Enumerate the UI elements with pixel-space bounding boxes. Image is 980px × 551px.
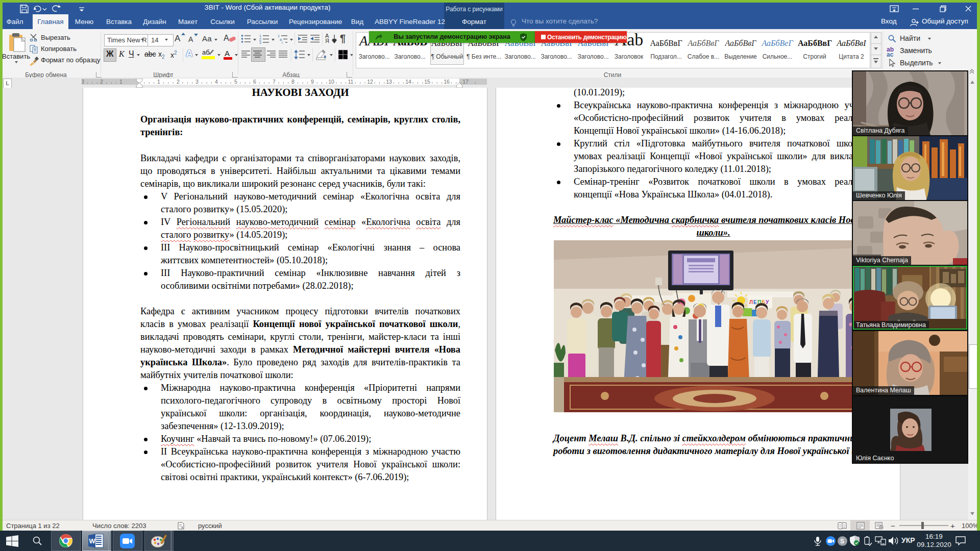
svg-text:8: 8: [291, 79, 295, 85]
svg-text:14: 14: [405, 79, 411, 85]
svg-text:2: 2: [100, 79, 103, 85]
svg-text:1: 1: [119, 79, 122, 85]
svg-text:9: 9: [311, 79, 314, 85]
svg-text:12: 12: [367, 79, 373, 85]
svg-text:16: 16: [444, 79, 450, 85]
svg-text:W: W: [89, 537, 96, 545]
svg-text:2: 2: [177, 79, 180, 85]
svg-text:11: 11: [348, 79, 354, 85]
svg-text:13: 13: [386, 79, 392, 85]
svg-text:x: x: [181, 525, 183, 530]
svg-text:6: 6: [253, 79, 256, 85]
svg-text:1: 1: [157, 79, 160, 85]
svg-text:5: 5: [234, 79, 237, 85]
svg-text:3: 3: [195, 79, 199, 85]
svg-text:17: 17: [462, 79, 469, 85]
svg-text:Е: Е: [753, 299, 757, 305]
svg-text:Л: Л: [749, 299, 753, 305]
svg-text:7: 7: [273, 79, 276, 85]
svg-text:У: У: [766, 299, 769, 305]
svg-text:4: 4: [215, 79, 218, 85]
svg-text:S: S: [840, 538, 844, 545]
svg-text:10: 10: [328, 79, 334, 85]
svg-text:3: 3: [82, 79, 84, 85]
svg-text:15: 15: [424, 79, 430, 85]
